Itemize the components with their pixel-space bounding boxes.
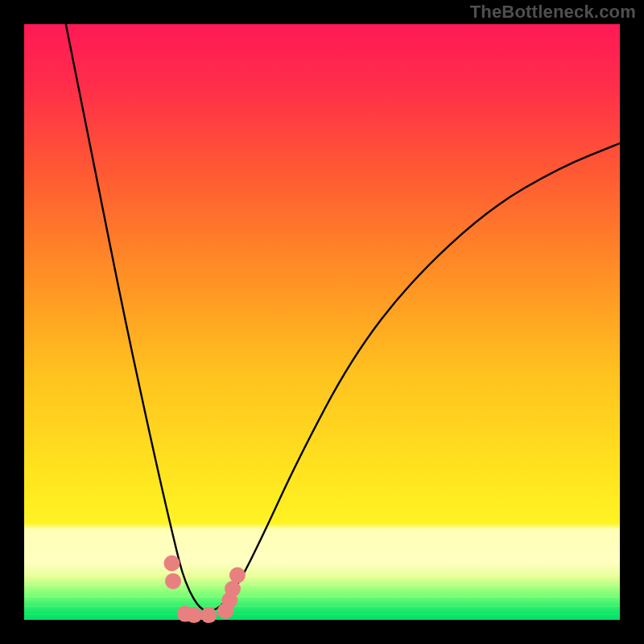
chart-svg	[0, 0, 644, 644]
stripe	[24, 605, 620, 607]
stripe	[24, 572, 620, 573]
attribution-label: TheBottleneck.com	[470, 2, 636, 23]
stripe	[24, 525, 620, 526]
marker-dot	[186, 607, 202, 623]
gradient-background-upper	[24, 24, 620, 523]
stripe	[24, 613, 620, 615]
stripe	[24, 596, 620, 597]
marker-dot	[164, 555, 180, 572]
marker-dot	[229, 568, 246, 584]
plot-area	[24, 24, 620, 623]
marker-dot	[165, 573, 181, 589]
chart-frame: TheBottleneck.com	[0, 0, 644, 644]
marker-dot	[225, 581, 241, 597]
stripe	[24, 584, 620, 586]
marker-dot	[200, 607, 217, 623]
